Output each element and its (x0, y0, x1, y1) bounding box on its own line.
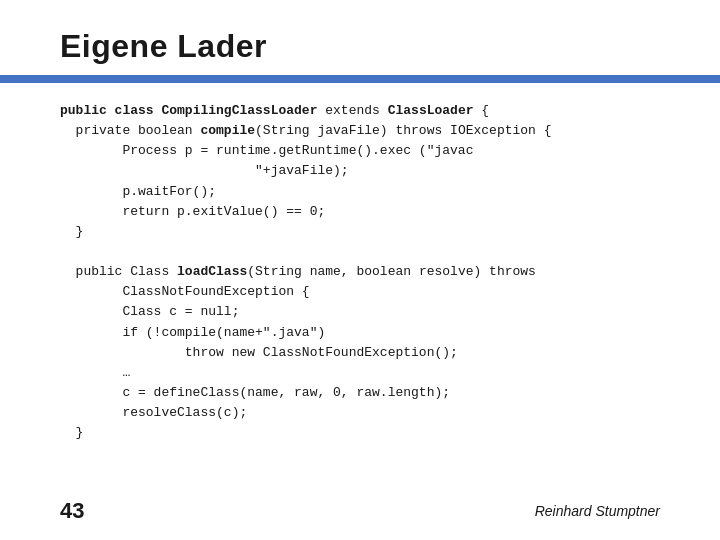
code-line-8 (60, 244, 68, 259)
code-line-12: if (!compile(name+".java") (60, 325, 325, 340)
code-line-4: "+javaFile); (60, 163, 349, 178)
code-text: extends (317, 103, 387, 118)
code-brace: { (474, 103, 490, 118)
code-line-17: } (60, 425, 83, 440)
code-line-2: private boolean compile(String javaFile)… (60, 123, 552, 138)
code-block: public class CompilingClassLoader extend… (60, 101, 660, 443)
slide-footer: 43 Reinhard Stumptner (0, 490, 720, 540)
code-line-10: ClassNotFoundException { (60, 284, 310, 299)
slide: Eigene Lader public class CompilingClass… (0, 0, 720, 540)
code-line-16: resolveClass(c); (60, 405, 247, 420)
header-bar (0, 75, 720, 83)
code-line-5: p.waitFor(); (60, 184, 216, 199)
slide-header: Eigene Lader (0, 0, 720, 75)
slide-title: Eigene Lader (60, 28, 660, 65)
code-line-3: Process p = runtime.getRuntime().exec ("… (60, 143, 473, 158)
author-name: Reinhard Stumptner (535, 503, 660, 519)
code-line-15: c = defineClass(name, raw, 0, raw.length… (60, 385, 450, 400)
code-line-7: } (60, 224, 83, 239)
code-line-9: public Class loadClass(String name, bool… (60, 264, 536, 279)
method-loadclass: loadClass (177, 264, 247, 279)
code-line-11: Class c = null; (60, 304, 239, 319)
slide-number: 43 (60, 498, 84, 524)
code-line-14: … (60, 365, 130, 380)
code-line-13: throw new ClassNotFoundException(); (60, 345, 458, 360)
class-name: CompilingClassLoader (161, 103, 317, 118)
code-line-1: public class CompilingClassLoader extend… (60, 103, 489, 118)
keyword-public: public class (60, 103, 161, 118)
slide-content: public class CompilingClassLoader extend… (0, 83, 720, 490)
superclass-name: ClassLoader (388, 103, 474, 118)
method-compile: compile (200, 123, 255, 138)
code-line-6: return p.exitValue() == 0; (60, 204, 325, 219)
